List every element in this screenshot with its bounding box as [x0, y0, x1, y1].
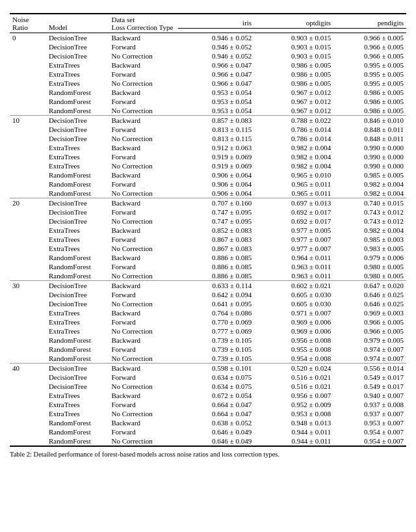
- cell-optdigits: 0.786 ± 0.014: [254, 134, 333, 143]
- cell-pendigits: 0.743 ± 0.012: [333, 207, 406, 217]
- cell-loss: No Correction: [109, 106, 178, 116]
- cell-loss: Backward: [109, 226, 178, 235]
- cell-model: RandomForest: [46, 189, 109, 198]
- cell-pendigits: 0.995 ± 0.005: [333, 60, 406, 70]
- header-noise-ratio: Noise Ratio: [10, 14, 46, 33]
- cell-loss: Backward: [109, 198, 178, 208]
- table-row: ExtraTreesNo Correction0.919 ± 0.0690.98…: [10, 161, 406, 170]
- cell-loss: Backward: [109, 391, 178, 400]
- cell-model: ExtraTrees: [46, 152, 109, 161]
- cell-model: RandomForest: [46, 354, 109, 364]
- cell-iris: 0.707 ± 0.160: [178, 198, 254, 208]
- cell-loss: No Correction: [109, 382, 178, 391]
- cell-pendigits: 0.966 ± 0.005: [333, 42, 406, 51]
- cell-pendigits: 0.966 ± 0.005: [333, 317, 406, 326]
- cell-pendigits: 0.848 ± 0.011: [333, 125, 406, 134]
- cell-loss: Backward: [109, 60, 178, 70]
- cell-pendigits: 0.743 ± 0.012: [333, 217, 406, 226]
- table-row: ExtraTreesBackward0.764 ± 0.0860.971 ± 0…: [10, 308, 406, 317]
- cell-model: DecisionTree: [46, 217, 109, 226]
- cell-loss: No Correction: [109, 409, 178, 418]
- cell-optdigits: 0.986 ± 0.005: [254, 70, 333, 79]
- cell-optdigits: 0.965 ± 0.011: [254, 180, 333, 189]
- cell-optdigits: 0.944 ± 0.011: [254, 427, 333, 436]
- cell-model: ExtraTrees: [46, 143, 109, 152]
- cell-noise: 30: [10, 281, 46, 364]
- cell-pendigits: 0.985 ± 0.003: [333, 235, 406, 244]
- cell-iris: 0.739 ± 0.105: [178, 336, 254, 345]
- cell-optdigits: 0.605 ± 0.030: [254, 299, 333, 308]
- cell-iris: 0.906 ± 0.064: [178, 170, 254, 180]
- cell-iris: 0.634 ± 0.075: [178, 382, 254, 391]
- table-row: ExtraTreesBackward0.672 ± 0.0540.956 ± 0…: [10, 391, 406, 400]
- cell-iris: 0.906 ± 0.064: [178, 180, 254, 189]
- cell-model: RandomForest: [46, 180, 109, 189]
- cell-pendigits: 0.979 ± 0.006: [333, 253, 406, 262]
- cell-model: ExtraTrees: [46, 409, 109, 418]
- cell-loss: Forward: [109, 97, 178, 106]
- cell-model: DecisionTree: [46, 116, 109, 126]
- cell-optdigits: 0.956 ± 0.008: [254, 336, 333, 345]
- table-row: ExtraTreesBackward0.966 ± 0.0470.986 ± 0…: [10, 60, 406, 70]
- cell-loss: No Correction: [109, 134, 178, 143]
- cell-pendigits: 0.995 ± 0.005: [333, 79, 406, 88]
- cell-optdigits: 0.965 ± 0.010: [254, 170, 333, 180]
- cell-iris: 0.966 ± 0.047: [178, 70, 254, 79]
- cell-loss: No Correction: [109, 161, 178, 170]
- cell-pendigits: 0.986 ± 0.005: [333, 97, 406, 106]
- table-row: RandomForestNo Correction0.886 ± 0.0850.…: [10, 271, 406, 281]
- cell-pendigits: 0.982 ± 0.004: [333, 180, 406, 189]
- cell-loss: Forward: [109, 262, 178, 271]
- table-row: RandomForestNo Correction0.739 ± 0.1050.…: [10, 354, 406, 364]
- cell-optdigits: 0.955 ± 0.008: [254, 345, 333, 354]
- table-row: RandomForestBackward0.886 ± 0.0850.964 ±…: [10, 253, 406, 262]
- cell-loss: Backward: [109, 253, 178, 262]
- cell-loss: Forward: [109, 317, 178, 326]
- cell-loss: Forward: [109, 180, 178, 189]
- cell-model: RandomForest: [46, 170, 109, 180]
- cell-optdigits: 0.953 ± 0.008: [254, 409, 333, 418]
- cell-pendigits: 0.982 ± 0.004: [333, 226, 406, 235]
- cell-iris: 0.634 ± 0.075: [178, 373, 254, 382]
- cell-loss: No Correction: [109, 354, 178, 364]
- cell-optdigits: 0.948 ± 0.013: [254, 418, 333, 427]
- header-optdigits: optdigits: [254, 14, 333, 29]
- table-row: DecisionTreeForward0.813 ± 0.1150.786 ± …: [10, 125, 406, 134]
- cell-model: DecisionTree: [46, 51, 109, 60]
- table-row: ExtraTreesForward0.867 ± 0.0830.977 ± 0.…: [10, 235, 406, 244]
- cell-loss: Backward: [109, 33, 178, 43]
- cell-iris: 0.598 ± 0.101: [178, 364, 254, 373]
- cell-loss: Forward: [109, 42, 178, 51]
- cell-loss: Backward: [109, 88, 178, 97]
- cell-iris: 0.638 ± 0.052: [178, 418, 254, 427]
- cell-model: DecisionTree: [46, 373, 109, 382]
- cell-pendigits: 0.990 ± 0.000: [333, 143, 406, 152]
- table-row: RandomForestForward0.906 ± 0.0640.965 ± …: [10, 180, 406, 189]
- cell-model: DecisionTree: [46, 198, 109, 208]
- header-dataset-loss: Data set Loss Correction Type: [109, 14, 178, 33]
- cell-model: DecisionTree: [46, 33, 109, 43]
- cell-loss: No Correction: [109, 299, 178, 308]
- cell-loss: No Correction: [109, 244, 178, 253]
- cell-iris: 0.739 ± 0.105: [178, 345, 254, 354]
- cell-model: DecisionTree: [46, 290, 109, 299]
- cell-optdigits: 0.971 ± 0.007: [254, 308, 333, 317]
- cell-loss: Forward: [109, 70, 178, 79]
- table-row: 20DecisionTreeBackward0.707 ± 0.1600.697…: [10, 198, 406, 208]
- cell-model: RandomForest: [46, 436, 109, 446]
- cell-iris: 0.906 ± 0.064: [178, 189, 254, 198]
- cell-model: DecisionTree: [46, 207, 109, 217]
- cell-optdigits: 0.967 ± 0.012: [254, 106, 333, 116]
- cell-loss: No Correction: [109, 217, 178, 226]
- cell-loss: Backward: [109, 143, 178, 152]
- cell-iris: 0.867 ± 0.083: [178, 244, 254, 253]
- table-row: RandomForestForward0.739 ± 0.1050.955 ± …: [10, 345, 406, 354]
- cell-model: RandomForest: [46, 97, 109, 106]
- cell-iris: 0.664 ± 0.047: [178, 400, 254, 409]
- results-table: Noise Ratio Model Data set Loss Correcti…: [10, 13, 406, 447]
- cell-iris: 0.919 ± 0.069: [178, 161, 254, 170]
- table-caption: Table 2: Detailed performance of forest-…: [10, 451, 406, 458]
- table-row: ExtraTreesBackward0.912 ± 0.0630.982 ± 0…: [10, 143, 406, 152]
- cell-noise: 40: [10, 364, 46, 447]
- cell-loss: Backward: [109, 364, 178, 373]
